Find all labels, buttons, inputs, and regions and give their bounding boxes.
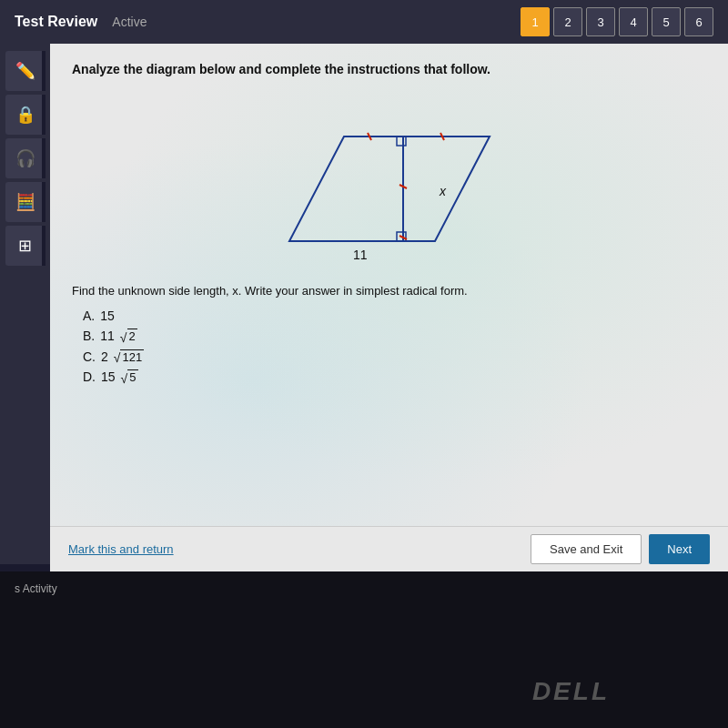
question-number-6[interactable]: 6 [684, 7, 713, 36]
calculator-button[interactable]: 🧮 [5, 182, 46, 222]
mark-return-link[interactable]: Mark this and return [68, 542, 174, 556]
answer-choices: A. 15 B. 11 √ 2 C. 2 √ 121 D. 15 √ [83, 308, 706, 385]
choice-a-value: 15 [100, 308, 115, 323]
question-number-5[interactable]: 5 [652, 7, 681, 36]
calculator-icon: 🧮 [15, 192, 35, 212]
lock-button[interactable]: 🔒 [5, 95, 46, 135]
choice-b-value: 11 [100, 329, 115, 343]
question-number-1[interactable]: 1 [521, 7, 550, 36]
question-number-4[interactable]: 4 [619, 7, 648, 36]
headphone-button[interactable]: 🎧 [5, 138, 46, 178]
headphone-icon: 🎧 [15, 148, 35, 168]
question-number-3[interactable]: 3 [586, 7, 615, 36]
question-number-2[interactable]: 2 [553, 7, 582, 36]
status-badge: Active [112, 15, 147, 29]
choice-d-value: 15 [101, 369, 116, 384]
dell-logo: DELL [532, 677, 610, 706]
left-sidebar: ✏️ 🔒 🎧 🧮 ⊞ [0, 44, 50, 564]
question-number-nav: 1 2 3 4 5 6 [521, 7, 713, 36]
grid-button[interactable]: ⊞ [5, 226, 46, 266]
choice-c-sqrt: √ 121 [114, 349, 144, 365]
choice-b-label: B. [83, 329, 95, 343]
choice-d-sqrt: √ 5 [121, 369, 138, 385]
pencil-tool-button[interactable]: ✏️ [5, 51, 46, 91]
choice-b-sqrt: √ 2 [120, 329, 137, 344]
svg-text:x: x [439, 184, 447, 198]
main-content: Analyze the diagram below and complete t… [50, 44, 728, 526]
question-prompt: Analyze the diagram below and complete t… [72, 62, 706, 76]
choice-d[interactable]: D. 15 √ 5 [83, 369, 706, 385]
next-button[interactable]: Next [649, 534, 710, 564]
choice-c-value: 2 [101, 349, 108, 364]
bottom-area: s Activity DELL [0, 571, 728, 728]
save-exit-button[interactable]: Save and Exit [531, 534, 642, 564]
answer-prompt: Find the unknown side length, x. Write y… [72, 284, 706, 298]
activity-label: s Activity [15, 582, 57, 595]
svg-marker-0 [289, 136, 490, 241]
page-title: Test Review [15, 14, 97, 30]
choice-a[interactable]: A. 15 [83, 308, 706, 323]
svg-rect-2 [397, 136, 406, 146]
svg-text:11: 11 [353, 248, 368, 262]
choice-c[interactable]: C. 2 √ 121 [83, 349, 706, 365]
lock-icon: 🔒 [15, 105, 35, 125]
geometry-diagram: 11 x [262, 91, 517, 273]
choice-c-label: C. [83, 349, 96, 364]
choice-b[interactable]: B. 11 √ 2 [83, 329, 706, 344]
action-buttons: Save and Exit Next [531, 534, 710, 564]
choice-a-label: A. [83, 308, 95, 323]
top-bar: Test Review Active 1 2 3 4 5 6 [0, 0, 728, 44]
action-bar: Mark this and return Save and Exit Next [50, 526, 728, 571]
pencil-icon: ✏️ [15, 61, 35, 81]
grid-icon: ⊞ [18, 236, 32, 256]
diagram-container: 11 x [72, 91, 706, 273]
choice-d-label: D. [83, 369, 96, 384]
